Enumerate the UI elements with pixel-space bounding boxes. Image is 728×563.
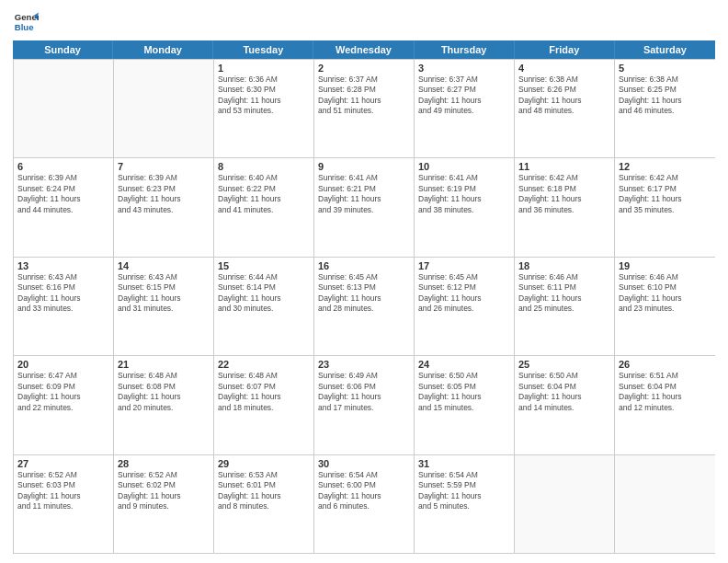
- cell-info-line: and 30 minutes.: [218, 304, 310, 314]
- cell-info-line: and 31 minutes.: [118, 304, 210, 314]
- day-cell-8: 8Sunrise: 6:40 AMSunset: 6:22 PMDaylight…: [214, 158, 314, 256]
- cell-info-line: Sunset: 6:04 PM: [619, 382, 711, 392]
- cell-info-line: Daylight: 11 hours: [318, 194, 410, 204]
- cell-info-line: and 44 minutes.: [17, 205, 109, 215]
- cell-info-line: Sunrise: 6:48 AM: [218, 371, 310, 381]
- cell-info-line: and 5 minutes.: [418, 501, 510, 511]
- cell-info-line: Sunset: 6:12 PM: [418, 282, 510, 293]
- cell-info-line: and 38 minutes.: [418, 205, 510, 215]
- cell-info-line: Sunset: 6:14 PM: [218, 282, 310, 293]
- empty-cell: [515, 455, 615, 553]
- cell-info-line: and 53 minutes.: [218, 106, 310, 116]
- cell-info-line: Sunrise: 6:42 AM: [518, 173, 610, 183]
- cell-info-line: Daylight: 11 hours: [318, 96, 410, 106]
- day-cell-29: 29Sunrise: 6:53 AMSunset: 6:01 PMDayligh…: [214, 455, 314, 553]
- day-header-wednesday: Wednesday: [313, 40, 414, 59]
- week-row-1: 6Sunrise: 6:39 AMSunset: 6:24 PMDaylight…: [14, 157, 715, 256]
- cell-info-line: Sunrise: 6:46 AM: [619, 272, 711, 282]
- day-number: 8: [218, 161, 310, 172]
- cell-info-line: Daylight: 11 hours: [118, 293, 210, 304]
- day-number: 22: [218, 359, 310, 370]
- svg-text:Blue: Blue: [15, 22, 34, 32]
- day-number: 15: [218, 260, 310, 271]
- day-cell-18: 18Sunrise: 6:46 AMSunset: 6:11 PMDayligh…: [515, 258, 615, 355]
- day-cell-25: 25Sunrise: 6:50 AMSunset: 6:04 PMDayligh…: [515, 356, 615, 454]
- cell-info-line: Sunrise: 6:50 AM: [518, 371, 610, 381]
- day-number: 23: [318, 359, 410, 370]
- day-cell-31: 31Sunrise: 6:54 AMSunset: 5:59 PMDayligh…: [415, 455, 515, 553]
- cell-info-line: Daylight: 11 hours: [619, 293, 711, 304]
- day-number: 21: [118, 359, 210, 370]
- day-cell-21: 21Sunrise: 6:48 AMSunset: 6:08 PMDayligh…: [114, 356, 214, 454]
- calendar: SundayMondayTuesdayWednesdayThursdayFrid…: [13, 40, 715, 554]
- cell-info-line: Sunset: 6:08 PM: [118, 382, 210, 392]
- cell-info-line: Sunset: 5:59 PM: [418, 480, 510, 490]
- cell-info-line: Daylight: 11 hours: [17, 392, 109, 402]
- cell-info-line: Sunrise: 6:53 AM: [218, 470, 310, 480]
- day-cell-2: 2Sunrise: 6:37 AMSunset: 6:28 PMDaylight…: [314, 60, 415, 157]
- cell-info-line: Daylight: 11 hours: [318, 392, 410, 402]
- cell-info-line: Sunrise: 6:41 AM: [418, 173, 510, 183]
- cell-info-line: Daylight: 11 hours: [118, 491, 210, 501]
- cell-info-line: Sunset: 6:27 PM: [418, 85, 510, 95]
- cell-info-line: Daylight: 11 hours: [619, 194, 711, 204]
- cell-info-line: and 23 minutes.: [619, 304, 711, 314]
- cell-info-line: and 39 minutes.: [318, 205, 410, 215]
- day-cell-20: 20Sunrise: 6:47 AMSunset: 6:09 PMDayligh…: [14, 356, 114, 454]
- cell-info-line: and 46 minutes.: [619, 106, 711, 116]
- empty-cell: [14, 60, 114, 157]
- day-cell-23: 23Sunrise: 6:49 AMSunset: 6:06 PMDayligh…: [314, 356, 415, 454]
- day-number: 4: [518, 63, 610, 74]
- day-cell-22: 22Sunrise: 6:48 AMSunset: 6:07 PMDayligh…: [214, 356, 314, 454]
- day-number: 11: [518, 161, 610, 172]
- cell-info-line: Sunset: 6:05 PM: [418, 382, 510, 392]
- cell-info-line: Daylight: 11 hours: [518, 96, 610, 106]
- cell-info-line: Sunrise: 6:42 AM: [619, 173, 711, 183]
- day-number: 9: [318, 161, 410, 172]
- day-cell-15: 15Sunrise: 6:44 AMSunset: 6:14 PMDayligh…: [214, 258, 314, 355]
- cell-info-line: Sunrise: 6:38 AM: [619, 75, 711, 85]
- day-header-sunday: Sunday: [13, 40, 113, 59]
- cell-info-line: Sunrise: 6:54 AM: [318, 470, 410, 480]
- cell-info-line: Daylight: 11 hours: [518, 392, 610, 402]
- week-row-4: 27Sunrise: 6:52 AMSunset: 6:03 PMDayligh…: [14, 454, 715, 553]
- cell-info-line: Daylight: 11 hours: [619, 96, 711, 106]
- day-cell-4: 4Sunrise: 6:38 AMSunset: 6:26 PMDaylight…: [515, 60, 615, 157]
- cell-info-line: Daylight: 11 hours: [218, 194, 310, 204]
- svg-text:General: General: [15, 12, 39, 22]
- cell-info-line: and 22 minutes.: [17, 403, 109, 413]
- cell-info-line: Sunrise: 6:37 AM: [418, 75, 510, 85]
- day-number: 18: [518, 260, 610, 271]
- cell-info-line: Sunset: 6:09 PM: [17, 382, 109, 392]
- cell-info-line: and 48 minutes.: [518, 106, 610, 116]
- day-cell-5: 5Sunrise: 6:38 AMSunset: 6:25 PMDaylight…: [615, 60, 715, 157]
- day-cell-24: 24Sunrise: 6:50 AMSunset: 6:05 PMDayligh…: [415, 356, 515, 454]
- cell-info-line: Sunrise: 6:37 AM: [318, 75, 410, 85]
- cell-info-line: Sunrise: 6:38 AM: [518, 75, 610, 85]
- day-cell-30: 30Sunrise: 6:54 AMSunset: 6:00 PMDayligh…: [314, 455, 415, 553]
- cell-info-line: Sunset: 6:00 PM: [318, 480, 410, 490]
- day-number: 2: [318, 63, 410, 74]
- cell-info-line: Sunrise: 6:43 AM: [17, 272, 109, 282]
- cell-info-line: Daylight: 11 hours: [619, 392, 711, 402]
- cell-info-line: and 49 minutes.: [418, 106, 510, 116]
- cell-info-line: Sunrise: 6:41 AM: [318, 173, 410, 183]
- day-cell-19: 19Sunrise: 6:46 AMSunset: 6:10 PMDayligh…: [615, 258, 715, 355]
- calendar-body: 1Sunrise: 6:36 AMSunset: 6:30 PMDaylight…: [13, 59, 715, 554]
- cell-info-line: Daylight: 11 hours: [518, 293, 610, 304]
- cell-info-line: Daylight: 11 hours: [17, 194, 109, 204]
- cell-info-line: Sunset: 6:23 PM: [118, 184, 210, 194]
- header: General Blue: [13, 9, 715, 35]
- cell-info-line: Sunset: 6:13 PM: [318, 282, 410, 293]
- cell-info-line: Sunset: 6:01 PM: [218, 480, 310, 490]
- cell-info-line: Daylight: 11 hours: [218, 491, 310, 501]
- day-cell-7: 7Sunrise: 6:39 AMSunset: 6:23 PMDaylight…: [114, 158, 214, 256]
- empty-cell: [114, 60, 214, 157]
- empty-cell: [615, 455, 715, 553]
- cell-info-line: and 11 minutes.: [17, 501, 109, 511]
- cell-info-line: Sunrise: 6:44 AM: [218, 272, 310, 282]
- day-number: 5: [619, 63, 711, 74]
- day-cell-13: 13Sunrise: 6:43 AMSunset: 6:16 PMDayligh…: [14, 258, 114, 355]
- cell-info-line: Sunrise: 6:39 AM: [118, 173, 210, 183]
- cell-info-line: Daylight: 11 hours: [518, 194, 610, 204]
